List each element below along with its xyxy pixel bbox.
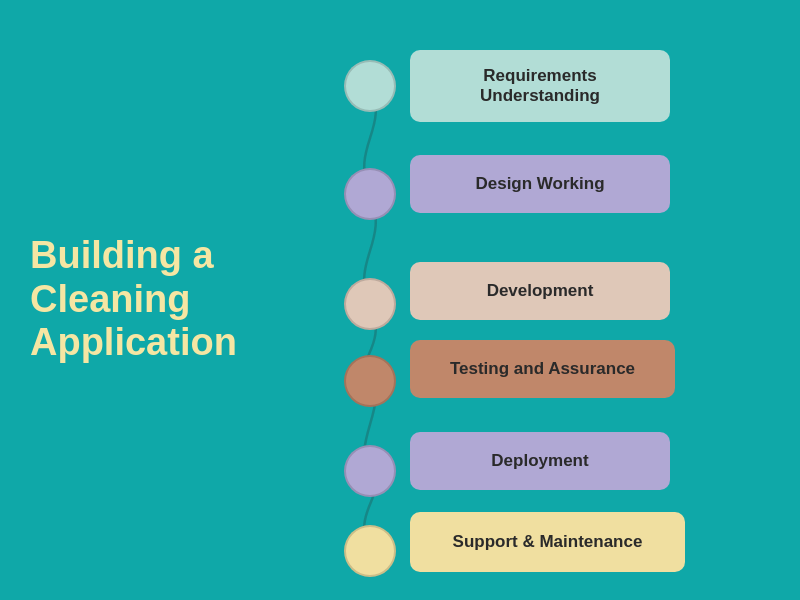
title-section: Building a Cleaning Application (30, 234, 250, 365)
step-circle-4 (344, 355, 396, 407)
main-title: Building a Cleaning Application (30, 234, 250, 365)
step-label-4: Testing and Assurance (410, 340, 675, 398)
step-circle-6 (344, 525, 396, 577)
title-line2: Cleaning (30, 278, 190, 320)
step-circle-5 (344, 445, 396, 497)
timeline-section: Requirements Understanding Design Workin… (310, 0, 790, 600)
step-circle-2 (344, 168, 396, 220)
main-container: Building a Cleaning Application Requirem… (0, 0, 800, 600)
step-circle-3 (344, 278, 396, 330)
title-line3: Application (30, 322, 237, 364)
title-line1: Building a (30, 234, 214, 276)
step-circle-1 (344, 60, 396, 112)
step-label-3: Development (410, 262, 670, 320)
step-label-2: Design Working (410, 155, 670, 213)
step-label-5: Deployment (410, 432, 670, 490)
step-label-6: Support & Maintenance (410, 512, 685, 572)
step-label-1: Requirements Understanding (410, 50, 670, 122)
